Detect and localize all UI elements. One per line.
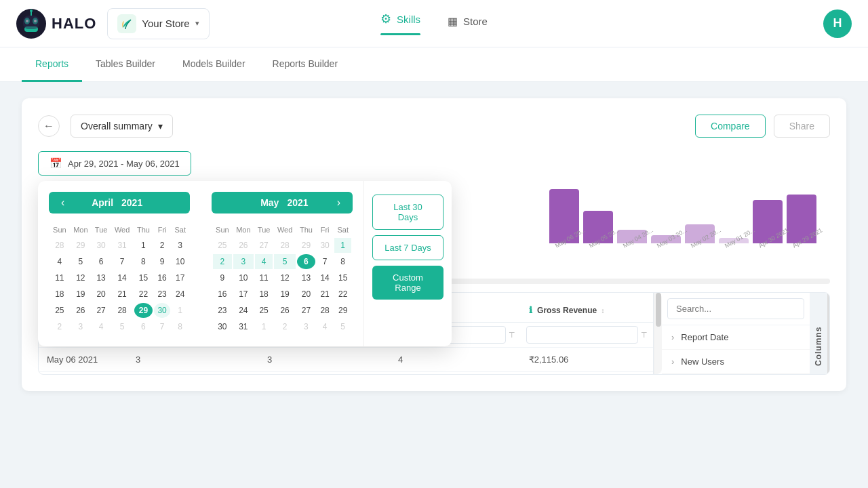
cal-day[interactable]: 26 (71, 303, 91, 318)
cal-day[interactable]: 12 (71, 270, 91, 285)
cal-day[interactable]: 19 (274, 287, 296, 302)
cal-day[interactable]: 25 (50, 303, 69, 318)
subnav-reports[interactable]: Reports (22, 47, 82, 82)
cal-day[interactable]: 8 (334, 254, 351, 269)
vertical-scrollbar[interactable] (654, 293, 662, 374)
avatar-button[interactable]: H (823, 9, 852, 38)
cal-day[interactable]: 1 (334, 238, 351, 253)
cal-day[interactable]: 6 (134, 319, 153, 334)
summary-dropdown[interactable]: Overall summary ▾ (71, 115, 173, 138)
custom-range-button[interactable]: Custom Range (372, 266, 443, 300)
cal-day[interactable]: 25 (255, 303, 273, 318)
date-range-button[interactable]: 📅 Apr 29, 2021 - May 06, 2021 (38, 151, 191, 176)
cal-day[interactable]: 5 (71, 254, 91, 269)
gross-revenue-filter-icon[interactable]: ⊤ (641, 331, 648, 340)
cal-day-in-range[interactable]: 3 (233, 254, 254, 269)
cal-day[interactable]: 30 (92, 238, 110, 253)
cal-day[interactable]: 19 (71, 287, 91, 302)
cal-day[interactable]: 14 (317, 270, 334, 285)
gross-revenue-filter-input[interactable] (526, 326, 638, 344)
cal-day[interactable]: 10 (172, 254, 189, 269)
cal-day[interactable]: 17 (233, 287, 254, 302)
cal-day[interactable]: 3 (297, 319, 315, 334)
cal-day-in-range[interactable]: 2 (213, 254, 232, 269)
cal-day[interactable]: 2 (274, 319, 296, 334)
share-button[interactable]: Share (774, 115, 830, 138)
cal-day[interactable]: 5 (334, 319, 351, 334)
sidebar-new-users-item[interactable]: › New Users (662, 350, 810, 374)
cal-day-in-range[interactable]: 4 (255, 254, 273, 269)
cal-day[interactable]: 20 (297, 287, 315, 302)
cal-day[interactable]: 22 (134, 287, 153, 302)
last-7-days-button[interactable]: Last 7 Days (372, 235, 443, 260)
cal-day[interactable]: 7 (154, 319, 171, 334)
cal-day[interactable]: 29 (297, 238, 315, 253)
cal-day[interactable]: 6 (92, 254, 110, 269)
nav-store[interactable]: ▦ Store (448, 15, 488, 32)
cal-day[interactable]: 24 (233, 303, 254, 318)
subnav-reports-builder[interactable]: Reports Builder (259, 47, 352, 82)
compare-button[interactable]: Compare (695, 115, 766, 138)
cal-day[interactable]: 30 (317, 238, 334, 253)
cal-day[interactable]: 23 (154, 287, 171, 302)
cal-day-selected-start[interactable]: 29 (134, 303, 153, 318)
cal-day[interactable]: 26 (233, 238, 254, 253)
cal-day[interactable]: 16 (154, 270, 171, 285)
last-30-days-button[interactable]: Last 30 Days (372, 195, 443, 230)
subnav-tables-builder[interactable]: Tables Builder (82, 47, 169, 82)
store-selector[interactable]: Your Store ▾ (107, 8, 209, 39)
cal-day[interactable]: 11 (255, 270, 273, 285)
back-button[interactable]: ← (38, 115, 60, 137)
cal-day[interactable]: 5 (111, 319, 133, 334)
cal-day[interactable]: 29 (71, 238, 91, 253)
nav-skills[interactable]: ⚙ Skills (380, 12, 420, 35)
sidebar-report-date-item[interactable]: › Report Date (662, 325, 810, 350)
cal-day[interactable]: 22 (334, 287, 351, 302)
next-month-button[interactable]: › (333, 197, 344, 208)
cal-day[interactable]: 28 (274, 238, 296, 253)
cal-day[interactable]: 30 (213, 319, 232, 334)
cal-day[interactable]: 14 (111, 270, 133, 285)
cal-day[interactable]: 3 (71, 319, 91, 334)
cal-day[interactable]: 11 (50, 270, 69, 285)
cal-day[interactable]: 1 (172, 303, 189, 318)
vertical-scrollbar-thumb[interactable] (656, 293, 661, 327)
cal-day[interactable]: 27 (297, 303, 315, 318)
cal-day[interactable]: 18 (50, 287, 69, 302)
cal-day[interactable]: 28 (317, 303, 334, 318)
columns-tab[interactable]: Columns (810, 293, 829, 374)
cal-day[interactable]: 28 (111, 303, 133, 318)
units-filter-icon[interactable]: ⊤ (509, 331, 515, 340)
cal-day[interactable]: 27 (255, 238, 273, 253)
cal-day-in-range[interactable]: 5 (274, 254, 296, 269)
gross-revenue-sort-icon[interactable]: ↕ (601, 307, 604, 314)
cal-day[interactable]: 31 (111, 238, 133, 253)
cal-day[interactable]: 4 (92, 319, 110, 334)
cal-day[interactable]: 13 (297, 270, 315, 285)
cal-day[interactable]: 3 (172, 238, 189, 253)
cal-day[interactable]: 25 (213, 238, 232, 253)
cal-day[interactable]: 18 (255, 287, 273, 302)
cal-day[interactable]: 7 (317, 254, 334, 269)
cal-day[interactable]: 9 (154, 254, 171, 269)
cal-day[interactable]: 15 (134, 270, 153, 285)
cal-day[interactable]: 2 (50, 319, 69, 334)
cal-day[interactable]: 4 (50, 254, 69, 269)
cal-day[interactable]: 12 (274, 270, 296, 285)
cal-day[interactable]: 28 (50, 238, 69, 253)
cal-day[interactable]: 1 (134, 238, 153, 253)
subnav-models-builder[interactable]: Models Builder (169, 47, 259, 82)
cal-day[interactable]: 17 (172, 270, 189, 285)
cal-day[interactable]: 7 (111, 254, 133, 269)
cal-day[interactable]: 16 (213, 287, 232, 302)
cal-day[interactable]: 26 (274, 303, 296, 318)
cal-day-in-range[interactable]: 30 (154, 303, 171, 318)
cal-day[interactable]: 21 (111, 287, 133, 302)
cal-day-selected-end[interactable]: 6 (297, 254, 315, 269)
cal-day[interactable]: 31 (233, 319, 254, 334)
cal-day[interactable]: 27 (92, 303, 110, 318)
cal-day[interactable]: 21 (317, 287, 334, 302)
cal-day[interactable]: 23 (213, 303, 232, 318)
cal-day[interactable]: 2 (154, 238, 171, 253)
cal-day[interactable]: 20 (92, 287, 110, 302)
